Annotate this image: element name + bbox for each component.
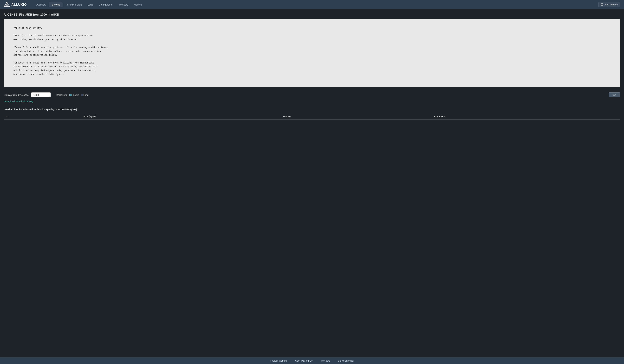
footer-link-slack[interactable]: Slack Channel [338,359,354,362]
brand: ALLUXIO [4,2,27,7]
file-content-box: rship of such entity. "You" (or "Your") … [4,19,620,87]
nav-items: Overview Browse In-Alluxio Data Logs Con… [33,2,598,7]
col-header-locations: Locations [432,113,620,120]
nav-inalluxio[interactable]: In-Alluxio Data [63,2,84,7]
auto-refresh-checkbox-icon [601,3,603,6]
end-checkbox-icon [81,94,83,96]
col-header-size: Size (Byte) [81,113,281,120]
relative-to-label: Relative to [56,94,67,96]
nav-browse[interactable]: Browse [49,2,63,7]
byte-offset-input[interactable] [31,92,51,97]
download-link[interactable]: Download via Alluxio Proxy [4,100,620,103]
brand-name: ALLUXIO [11,3,27,6]
col-header-inmem: In MEM [281,113,432,120]
main-content: /LICENSE: First 5KB from 1000 in ASCII r… [0,9,624,357]
table-header: ID Size (Byte) In MEM Locations [4,113,620,120]
footer-link-mailing-list[interactable]: User Mailing List [295,359,313,362]
controls-row: Display from byte offset Relative to beg… [4,92,620,97]
footer: Project Website User Mailing List Worker… [0,357,624,364]
nav-configuration[interactable]: Configuration [96,2,116,7]
begin-label: begin [73,94,79,96]
end-option[interactable]: end [81,94,89,96]
begin-checkbox-icon [69,94,72,96]
file-content-text: rship of such entity. "You" (or "Your") … [8,27,107,76]
navbar-right: Auto Refresh [598,2,620,7]
blocks-info-header: Detailed blocks information (block capac… [4,108,620,111]
footer-link-workers[interactable]: Workers [321,359,330,362]
file-header-prefix: /LICENSE: [4,13,18,16]
auto-refresh-button[interactable]: Auto Refresh [598,2,620,7]
file-header-suffix: First 5KB from 1000 in ASCII [19,13,59,16]
go-button[interactable]: Go [609,92,620,97]
nav-logs[interactable]: Logs [85,2,96,7]
blocks-table: ID Size (Byte) In MEM Locations [4,113,620,120]
nav-workers[interactable]: Workers [117,2,131,7]
relative-to-group: Relative to begin end [56,94,89,96]
alluxio-logo-icon [4,2,10,7]
nav-overview[interactable]: Overview [33,2,49,7]
end-label: end [84,94,89,96]
table-header-row: ID Size (Byte) In MEM Locations [4,113,620,120]
col-header-id: ID [4,113,81,120]
nav-metrics[interactable]: Metrics [131,2,144,7]
begin-option[interactable]: begin [69,94,79,96]
file-header: /LICENSE: First 5KB from 1000 in ASCII [4,13,620,16]
byte-offset-group: Display from byte offset [4,92,51,97]
footer-link-project-website[interactable]: Project Website [270,359,287,362]
display-offset-label: Display from byte offset [4,94,29,96]
auto-refresh-label: Auto Refresh [604,3,618,6]
navbar: ALLUXIO Overview Browse In-Alluxio Data … [0,0,624,9]
